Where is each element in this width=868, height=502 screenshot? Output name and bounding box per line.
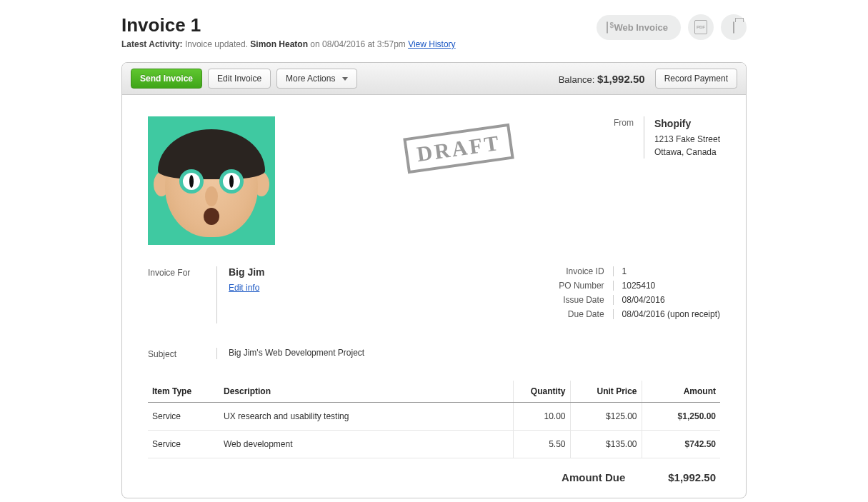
view-history-link[interactable]: View History [408,39,455,49]
issue-date-label: Issue Date [549,295,613,305]
pdf-button[interactable]: PDF [688,14,714,40]
cell-quantity: 5.50 [513,431,570,458]
chevron-down-icon [342,77,348,81]
col-quantity: Quantity [513,381,570,403]
activity-date: on 08/04/2016 at 3:57pm [310,39,405,49]
cell-item-type: Service [148,431,219,458]
from-street: 1213 Fake Street [654,133,720,146]
table-row: ServiceWeb development5.50$135.00$742.50 [148,431,720,458]
cell-item-type: Service [148,403,219,431]
from-label: From [614,116,634,159]
subject-value: Big Jim's Web Development Project [216,348,364,359]
web-invoice-button[interactable]: $ Web Invoice [597,15,681,40]
client-name: Big Jim [229,266,265,278]
more-actions-button[interactable]: More Actions [276,69,357,89]
toolbar: Send Invoice Edit Invoice More Actions B… [122,63,746,95]
balance-value: $1,992.50 [597,73,645,85]
cell-description: UX research and usability testing [219,403,513,431]
col-amount: Amount [642,381,720,403]
edit-invoice-button[interactable]: Edit Invoice [208,69,271,89]
due-date-label: Due Date [549,309,613,319]
activity-label: Latest Activity: [121,39,183,49]
cell-quantity: 10.00 [513,403,570,431]
more-actions-label: More Actions [286,74,335,84]
from-city: Ottawa, Canada [654,146,720,159]
cell-amount: $742.50 [642,431,720,458]
record-payment-button[interactable]: Record Payment [655,69,737,89]
cell-unit-price: $135.00 [570,431,642,458]
edit-info-link[interactable]: Edit info [229,283,259,293]
col-unit-price: Unit Price [570,381,642,403]
print-button[interactable] [721,14,747,40]
invoice-for-label: Invoice For [148,266,205,323]
table-row: ServiceUX research and usability testing… [148,403,720,431]
col-item-type: Item Type [148,381,219,403]
line-items-table: Item Type Description Quantity Unit Pric… [148,381,720,458]
activity-author: Simon Heaton [250,39,308,49]
from-company: Shopify [654,116,720,131]
invoice-id-label: Invoice ID [549,266,613,276]
web-invoice-label: Web Invoice [614,22,668,33]
activity-line: Latest Activity: Invoice updated. Simon … [121,39,456,49]
invoice-panel: Send Invoice Edit Invoice More Actions B… [121,62,747,498]
po-number-value: 1025410 [613,281,720,291]
invoice-id-value: 1 [613,266,720,276]
activity-text: Invoice updated. [185,39,248,49]
subject-label: Subject [148,348,205,359]
issue-date-value: 08/04/2016 [613,295,720,305]
cell-amount: $1,250.00 [642,403,720,431]
pdf-icon: PDF [694,20,707,34]
po-number-label: PO Number [549,281,613,291]
cell-unit-price: $125.00 [570,403,642,431]
cell-description: Web development [219,431,513,458]
amount-due-label: Amount Due [562,471,625,483]
balance-label: Balance: [559,74,595,85]
client-avatar [148,116,275,245]
due-date-value: 08/04/2016 (upon receipt) [613,309,720,319]
amount-due-value: $1,992.50 [668,471,716,483]
page-title: Invoice 1 [121,14,456,36]
send-invoice-button[interactable]: Send Invoice [131,69,202,89]
invoice-icon: $ [607,22,608,33]
col-description: Description [219,381,513,403]
print-icon [733,22,734,33]
draft-stamp: DRAFT [403,124,514,174]
